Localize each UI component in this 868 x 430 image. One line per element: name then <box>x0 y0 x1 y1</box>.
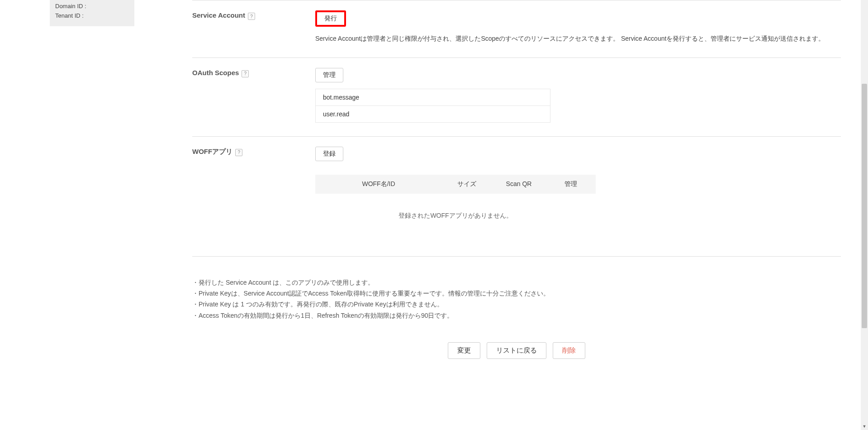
service-account-label-row: Service Account ? <box>192 10 304 44</box>
notes-block: ・発行した Service Account は、このアプリのみで使用します。 ・… <box>192 256 841 321</box>
woff-col-name: WOFF名/ID <box>315 180 442 188</box>
note-line: ・発行した Service Account は、このアプリのみで使用します。 <box>192 277 841 287</box>
section-woff-app: WOFFアプリ ? 登録 WOFF名/ID サイズ Scan QR 管理 登録さ… <box>192 136 841 256</box>
woff-table-header: WOFF名/ID サイズ Scan QR 管理 <box>315 175 596 194</box>
scroll-down-icon[interactable]: ▼ <box>861 423 868 430</box>
woff-app-label-row: WOFFアプリ ? <box>192 147 304 243</box>
scrollbar-thumb[interactable] <box>862 84 867 328</box>
scope-item: bot.message <box>316 89 550 105</box>
service-account-content: 発行 Service Accountは管理者と同じ権限が付与され、選択したSco… <box>315 10 841 44</box>
scope-item: user.read <box>316 105 550 122</box>
change-button[interactable]: 変更 <box>448 342 480 359</box>
tenant-id-label: Tenant ID : <box>55 11 129 21</box>
service-account-description: Service Accountは管理者と同じ権限が付与され、選択したScopeの… <box>315 34 841 44</box>
scope-list: bot.message user.read <box>315 89 550 123</box>
woff-empty-message: 登録されたWOFFアプリがありません。 <box>315 194 596 243</box>
section-oauth-scopes: OAuth Scopes ? 管理 bot.message user.read <box>192 57 841 136</box>
help-icon[interactable]: ? <box>242 70 249 77</box>
woff-col-manage: 管理 <box>546 180 596 188</box>
sidebar: Domain ID : Tenant ID : <box>50 0 134 430</box>
note-line: ・Access Tokenの有効期間は発行から1日、Refresh Tokenの… <box>192 311 841 320</box>
help-icon[interactable]: ? <box>235 149 242 156</box>
woff-col-qr: Scan QR <box>492 180 546 188</box>
main-content: Service Account ? 発行 Service Accountは管理者… <box>134 0 868 430</box>
manage-scopes-button[interactable]: 管理 <box>315 68 343 82</box>
delete-button[interactable]: 削除 <box>553 342 585 359</box>
id-info-box: Domain ID : Tenant ID : <box>50 0 134 26</box>
note-line: ・Private Key は 1 つのみ有効です。再発行の際、既存のPrivat… <box>192 299 841 309</box>
scrollbar[interactable]: ▼ <box>861 0 868 430</box>
service-account-label: Service Account <box>192 11 245 19</box>
issue-button[interactable]: 発行 <box>315 10 346 27</box>
domain-id-label: Domain ID : <box>55 2 129 11</box>
left-rail <box>0 0 50 430</box>
note-line: ・Private Keyは、Service Account認証でAccess T… <box>192 288 841 298</box>
help-icon[interactable]: ? <box>248 13 255 20</box>
section-service-account: Service Account ? 発行 Service Accountは管理者… <box>192 0 841 57</box>
oauth-scopes-content: 管理 bot.message user.read <box>315 68 841 123</box>
back-to-list-button[interactable]: リストに戻る <box>487 342 546 359</box>
woff-app-content: 登録 WOFF名/ID サイズ Scan QR 管理 登録されたWOFFアプリが… <box>315 147 841 243</box>
footer-buttons: 変更 リストに戻る 削除 <box>192 342 841 377</box>
woff-app-label: WOFFアプリ <box>192 148 232 156</box>
oauth-scopes-label-row: OAuth Scopes ? <box>192 68 304 123</box>
oauth-scopes-label: OAuth Scopes <box>192 69 239 76</box>
woff-col-size: サイズ <box>442 180 492 188</box>
register-woff-button[interactable]: 登録 <box>315 147 343 161</box>
